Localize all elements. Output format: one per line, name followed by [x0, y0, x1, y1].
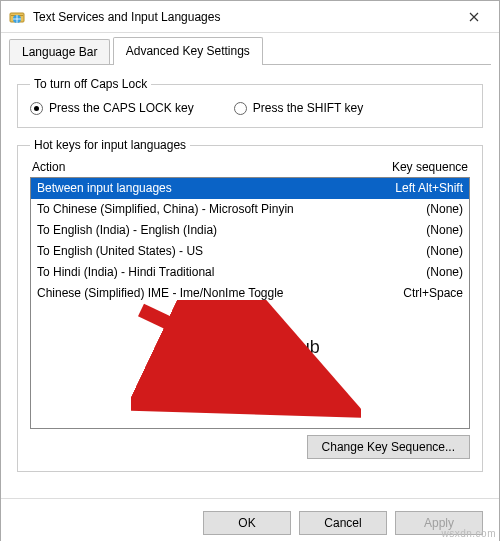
watermark: The WindowsClub — [31, 318, 469, 358]
radio-press-shift[interactable]: Press the SHIFT key — [234, 101, 363, 115]
dialog-window: Text Services and Input Languages Langua… — [0, 0, 500, 541]
app-icon — [9, 9, 25, 25]
list-item[interactable]: To English (United States) - US(None) — [31, 241, 469, 262]
cancel-button[interactable]: Cancel — [299, 511, 387, 535]
list-item-sequence: (None) — [353, 264, 463, 281]
radio-icon — [234, 102, 247, 115]
button-label: OK — [238, 516, 255, 530]
tab-advanced-key-settings[interactable]: Advanced Key Settings — [113, 37, 263, 65]
list-item-action: To English (India) - English (India) — [37, 222, 353, 239]
tab-label: Language Bar — [22, 45, 97, 59]
svg-rect-3 — [180, 327, 189, 335]
windows-flag-icon — [180, 325, 202, 350]
hotkeys-legend: Hot keys for input languages — [30, 138, 190, 152]
list-item-sequence: (None) — [353, 201, 463, 218]
close-button[interactable] — [451, 2, 497, 32]
tab-language-bar[interactable]: Language Bar — [9, 39, 110, 65]
button-label: Cancel — [324, 516, 361, 530]
ok-button[interactable]: OK — [203, 511, 291, 535]
list-item[interactable]: To Hindi (India) - Hindi Traditional(Non… — [31, 262, 469, 283]
list-item-action: To Hindi (India) - Hindi Traditional — [37, 264, 353, 281]
list-item[interactable]: To Chinese (Simplified, China) - Microso… — [31, 199, 469, 220]
close-icon — [469, 12, 479, 22]
list-item-sequence: Left Alt+Shift — [353, 180, 463, 197]
svg-rect-4 — [191, 327, 200, 335]
radio-press-capslock[interactable]: Press the CAPS LOCK key — [30, 101, 194, 115]
watermark-line2: WindowsClub — [210, 337, 320, 357]
list-item-action: To English (United States) - US — [37, 243, 353, 260]
list-item-action: Between input languages — [37, 180, 353, 197]
header-action: Action — [32, 160, 358, 174]
watermark-line1: The — [210, 317, 241, 337]
capslock-group: To turn off Caps Lock Press the CAPS LOC… — [17, 77, 483, 128]
capslock-legend: To turn off Caps Lock — [30, 77, 151, 91]
tab-label: Advanced Key Settings — [126, 44, 250, 58]
svg-rect-5 — [180, 337, 189, 345]
titlebar: Text Services and Input Languages — [1, 1, 499, 33]
header-sequence: Key sequence — [358, 160, 468, 174]
window-title: Text Services and Input Languages — [33, 10, 451, 24]
list-item-action: To Chinese (Simplified, China) - Microso… — [37, 201, 353, 218]
list-item-sequence: (None) — [353, 243, 463, 260]
list-item-sequence: Ctrl+Space — [353, 285, 463, 302]
tab-body: To turn off Caps Lock Press the CAPS LOC… — [1, 65, 499, 498]
list-item-sequence: (None) — [353, 222, 463, 239]
list-item[interactable]: Between input languagesLeft Alt+Shift — [31, 178, 469, 199]
list-item-action: Chinese (Simplified) IME - Ime/NonIme To… — [37, 285, 353, 302]
list-item[interactable]: Chinese (Simplified) IME - Ime/NonIme To… — [31, 283, 469, 304]
dialog-buttons: OK Cancel Apply — [1, 498, 499, 541]
hotkeys-listbox[interactable]: Between input languagesLeft Alt+ShiftTo … — [30, 177, 470, 429]
svg-line-8 — [141, 310, 331, 400]
footer-brand: wsxdn.com — [441, 528, 496, 539]
annotation-arrow-icon — [131, 300, 361, 420]
radio-label: Press the SHIFT key — [253, 101, 363, 115]
hotkeys-group: Hot keys for input languages Action Key … — [17, 138, 483, 472]
radio-icon — [30, 102, 43, 115]
hotkeys-header: Action Key sequence — [30, 160, 470, 177]
list-item[interactable]: To English (India) - English (India)(Non… — [31, 220, 469, 241]
svg-rect-6 — [191, 337, 200, 345]
change-key-sequence-button[interactable]: Change Key Sequence... — [307, 435, 470, 459]
radio-label: Press the CAPS LOCK key — [49, 101, 194, 115]
tabstrip: Language Bar Advanced Key Settings — [1, 37, 499, 65]
button-label: Change Key Sequence... — [322, 440, 455, 454]
